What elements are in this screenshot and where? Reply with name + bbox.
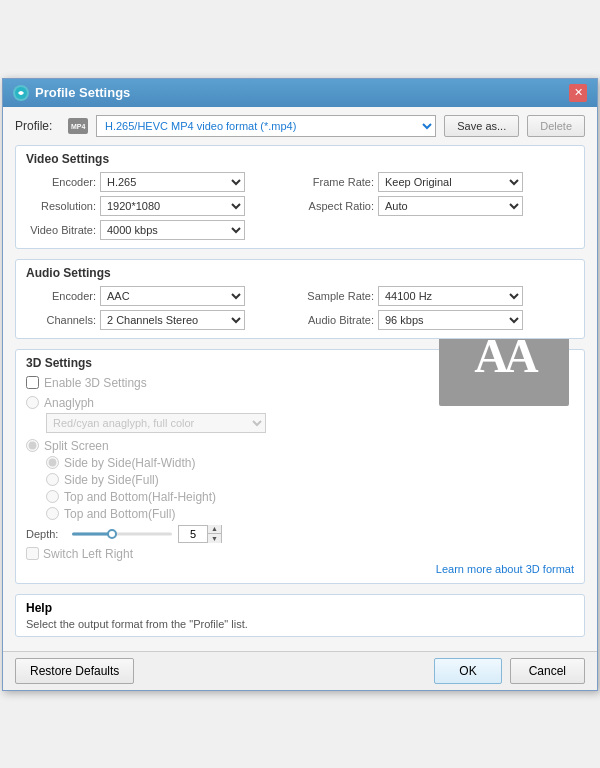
option2-radio[interactable]: [46, 473, 59, 486]
option2-row: Side by Side(Full): [46, 473, 429, 487]
encoder-select[interactable]: H.265: [100, 172, 245, 192]
audio-encoder-row: Encoder: AAC: [26, 286, 296, 306]
option4-row: Top and Bottom(Full): [46, 507, 429, 521]
anaglyph-radio[interactable]: [26, 396, 39, 409]
slider-track: [72, 532, 172, 535]
profile-label: Profile:: [15, 119, 60, 133]
aspect-ratio-select[interactable]: Auto: [378, 196, 523, 216]
cancel-button[interactable]: Cancel: [510, 658, 585, 684]
spinner-up-arrow[interactable]: ▲: [207, 525, 221, 534]
option1-label[interactable]: Side by Side(Half-Width): [64, 456, 195, 470]
svg-text:MP4: MP4: [71, 123, 86, 130]
slider-thumb: [107, 529, 117, 539]
resolution-label: Resolution:: [26, 200, 96, 212]
spinner-down-arrow[interactable]: ▼: [207, 534, 221, 543]
anaglyph-select[interactable]: Red/cyan anaglyph, full color: [46, 413, 266, 433]
video-settings-grid: Encoder: H.265 Frame Rate: Keep Original…: [26, 172, 574, 240]
split-screen-label[interactable]: Split Screen: [44, 439, 109, 453]
option1-radio[interactable]: [46, 456, 59, 469]
learn-more-link[interactable]: Learn more about 3D format: [436, 563, 574, 575]
audio-settings-title: Audio Settings: [26, 266, 574, 280]
threed-options: Anaglyph Red/cyan anaglyph, full color S…: [26, 396, 429, 521]
aspect-ratio-row: Aspect Ratio: Auto: [304, 196, 574, 216]
depth-label: Depth:: [26, 528, 66, 540]
profile-select[interactable]: H.265/HEVC MP4 video format (*.mp4): [96, 115, 436, 137]
spinner-arrows: ▲ ▼: [207, 525, 221, 543]
switch-left-right-checkbox[interactable]: [26, 547, 39, 560]
enable-3d-label[interactable]: Enable 3D Settings: [44, 376, 147, 390]
video-bitrate-label: Video Bitrate:: [26, 224, 96, 236]
threed-settings-section: 3D Settings Enable 3D Settings Anaglyph: [15, 349, 585, 584]
audio-settings-grid: Encoder: AAC Sample Rate: 44100 Hz Chann…: [26, 286, 574, 330]
audio-encoder-label: Encoder:: [26, 290, 96, 302]
delete-button[interactable]: Delete: [527, 115, 585, 137]
video-bitrate-row: Video Bitrate: 4000 kbps: [26, 220, 296, 240]
close-button[interactable]: ✕: [569, 84, 587, 102]
threed-content: Enable 3D Settings Anaglyph Red/cyan ana…: [26, 376, 574, 561]
enable-3d-row: Enable 3D Settings: [26, 376, 429, 390]
frame-rate-label: Frame Rate:: [304, 176, 374, 188]
depth-value-input[interactable]: [179, 528, 207, 540]
profile-format-icon: MP4: [68, 118, 88, 134]
channels-select[interactable]: 2 Channels Stereo: [100, 310, 245, 330]
encoder-row: Encoder: H.265: [26, 172, 296, 192]
footer: Restore Defaults OK Cancel: [3, 651, 597, 690]
channels-row: Channels: 2 Channels Stereo: [26, 310, 296, 330]
anaglyph-select-row: Red/cyan anaglyph, full color: [46, 413, 429, 433]
anaglyph-label[interactable]: Anaglyph: [44, 396, 94, 410]
option3-row: Top and Bottom(Half-Height): [46, 490, 429, 504]
dialog-body: Profile: MP4 H.265/HEVC MP4 video format…: [3, 107, 597, 651]
aspect-ratio-label: Aspect Ratio:: [304, 200, 374, 212]
audio-bitrate-label: Audio Bitrate:: [304, 314, 374, 326]
option3-radio[interactable]: [46, 490, 59, 503]
footer-right: OK Cancel: [434, 658, 585, 684]
switch-left-right-label[interactable]: Switch Left Right: [43, 547, 133, 561]
frame-rate-row: Frame Rate: Keep Original: [304, 172, 574, 192]
dialog-title: Profile Settings: [35, 85, 130, 100]
switch-row: Switch Left Right: [26, 547, 429, 561]
channels-label: Channels:: [26, 314, 96, 326]
title-bar-left: Profile Settings: [13, 85, 130, 101]
title-bar: Profile Settings ✕: [3, 79, 597, 107]
video-settings-title: Video Settings: [26, 152, 574, 166]
profile-row: Profile: MP4 H.265/HEVC MP4 video format…: [15, 115, 585, 137]
frame-rate-select[interactable]: Keep Original: [378, 172, 523, 192]
help-section: Help Select the output format from the "…: [15, 594, 585, 637]
split-screen-row: Split Screen: [26, 439, 429, 453]
audio-bitrate-row: Audio Bitrate: 96 kbps: [304, 310, 574, 330]
depth-slider[interactable]: [72, 527, 172, 541]
help-title: Help: [26, 601, 574, 615]
option4-label[interactable]: Top and Bottom(Full): [64, 507, 175, 521]
ok-button[interactable]: OK: [434, 658, 501, 684]
slider-fill: [72, 532, 112, 535]
encoder-label: Encoder:: [26, 176, 96, 188]
resolution-row: Resolution: 1920*1080: [26, 196, 296, 216]
option3-label[interactable]: Top and Bottom(Half-Height): [64, 490, 216, 504]
learn-more-row: Learn more about 3D format: [26, 563, 574, 575]
sample-rate-row: Sample Rate: 44100 Hz: [304, 286, 574, 306]
split-screen-radio[interactable]: [26, 439, 39, 452]
depth-row: Depth: ▲ ▼: [26, 525, 429, 543]
option1-row: Side by Side(Half-Width): [46, 456, 429, 470]
restore-defaults-button[interactable]: Restore Defaults: [15, 658, 134, 684]
dialog-window: Profile Settings ✕ Profile: MP4 H.265/HE…: [2, 78, 598, 691]
help-text: Select the output format from the "Profi…: [26, 618, 574, 630]
audio-settings-section: Audio Settings Encoder: AAC Sample Rate:…: [15, 259, 585, 339]
sample-rate-label: Sample Rate:: [304, 290, 374, 302]
resolution-select[interactable]: 1920*1080: [100, 196, 245, 216]
option4-radio[interactable]: [46, 507, 59, 520]
video-bitrate-select[interactable]: 4000 kbps: [100, 220, 245, 240]
threed-left: Enable 3D Settings Anaglyph Red/cyan ana…: [26, 376, 429, 561]
video-settings-section: Video Settings Encoder: H.265 Frame Rate…: [15, 145, 585, 249]
sample-rate-select[interactable]: 44100 Hz: [378, 286, 523, 306]
save-as-button[interactable]: Save as...: [444, 115, 519, 137]
anaglyph-row: Anaglyph: [26, 396, 429, 410]
audio-encoder-select[interactable]: AAC: [100, 286, 245, 306]
app-icon: [13, 85, 29, 101]
depth-spinner: ▲ ▼: [178, 525, 222, 543]
audio-bitrate-select[interactable]: 96 kbps: [378, 310, 523, 330]
option2-label[interactable]: Side by Side(Full): [64, 473, 159, 487]
enable-3d-checkbox[interactable]: [26, 376, 39, 389]
